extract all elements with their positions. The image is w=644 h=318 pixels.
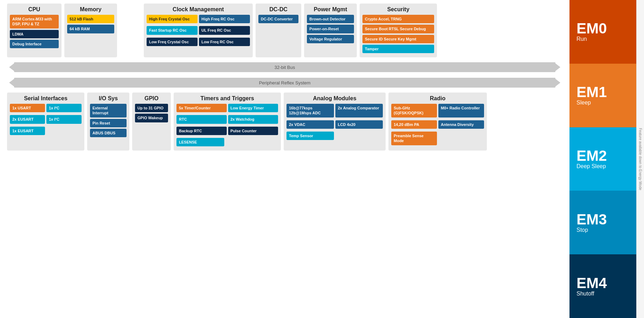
em4-number: EM4	[577, 276, 607, 291]
em2-number: EM2	[577, 148, 607, 163]
i2c-1-block: 1x I²C	[46, 104, 82, 112]
timers-title: Timers and Triggers	[176, 95, 278, 102]
antenna-block: Antenna Diversity	[438, 120, 484, 129]
cpu-ldma-block: LDMA	[10, 30, 59, 38]
security-section: Security Crypto Accel, TRNG Secure Boot …	[360, 4, 437, 57]
bus-prs-label: Peripheral Reflex System	[259, 80, 311, 85]
backup-rtc-block: Backup RTC	[176, 127, 227, 135]
cpu-debug-block: Debug Interface	[10, 40, 59, 48]
main-content: CPU ARM Cortex-M33 with DSP, FPU & TZ LD…	[0, 0, 569, 318]
secure-id-block: Secure ID Secure Key Mgmt	[362, 35, 434, 43]
lf-crystal-block: Low Freq Crystal Osc	[147, 38, 198, 46]
bus-prs-bar: Peripheral Reflex System	[14, 78, 555, 88]
pa-block: 14,20 dBm PA	[391, 120, 437, 129]
analog-title: Analog Modules	[286, 95, 383, 102]
gpio-section: GPIO Up to 31 GPIO GPIO Wakeup	[132, 93, 171, 151]
radio-section: Radio Sub-GHz (G)FSK/OQPSK) M0+ Radio Co…	[388, 93, 487, 151]
dcdc-title: DC-DC	[258, 6, 298, 13]
power-title: Power Mgmt	[307, 6, 354, 13]
em3-number: EM3	[577, 212, 607, 227]
memory-section: Memory 512 kB Flash 64 kB RAM	[64, 4, 117, 57]
serial-section: Serial Interfaces 1x USART 1x I²C 2x EUS…	[7, 93, 84, 151]
temp-sensor-block: Temp Sensor	[286, 132, 334, 140]
power-section: Power Mgmt Brown-out Detector Power-on-R…	[304, 4, 357, 57]
ios-title: I/O Sys	[90, 95, 127, 102]
prs-arrow-right	[554, 78, 560, 88]
hf-rc-block: High Freq RC Osc	[199, 15, 250, 23]
em0-item: EM0 Run	[569, 0, 644, 64]
bus-section: 32-bit Bus Peripheral Reflex System	[7, 59, 562, 91]
bus32-arrow-right	[554, 62, 560, 72]
eusart-1-block: 1x EUSART	[10, 127, 45, 135]
voltage-reg-block: Voltage Regulator	[307, 35, 354, 43]
crypto-block: Crypto Accel, TRNG	[362, 15, 434, 23]
secure-boot-block: Secure Boot RTSL Secure Debug	[362, 25, 434, 33]
serial-title: Serial Interfaces	[10, 95, 82, 102]
feature-label: Feature available down to Energy Mode	[636, 0, 644, 318]
gpio-title: GPIO	[135, 95, 168, 102]
em2-label: Deep Sleep	[577, 163, 606, 170]
clock-title: Clock Management	[147, 6, 250, 13]
preamble-block: Preamble Sense Mode	[391, 132, 437, 145]
adc-block: 16b@77ksps 12b@1Msps ADC	[286, 104, 334, 117]
timers-section: Timers and Triggers 5x Timer/Counter Low…	[174, 93, 281, 151]
em0-label: Run	[577, 36, 587, 42]
memory-title: Memory	[67, 6, 114, 13]
sidebar: EM0 Run EM1 Sleep EM2 Deep Sleep EM3 Sto…	[569, 0, 644, 318]
usart-block: 1x USART	[10, 104, 45, 112]
em2-item: EM2 Deep Sleep	[569, 127, 644, 191]
dcdc-section: DC-DC DC-DC Converter	[256, 4, 301, 57]
pin-reset-block: Pin Reset	[90, 119, 127, 127]
security-title: Security	[362, 6, 434, 13]
bus-32-bar: 32-bit Bus	[14, 62, 555, 72]
em3-label: Stop	[577, 227, 588, 233]
gpio-wakeup-block: GPIO Wakeup	[135, 114, 168, 122]
hf-crystal-block: High Freq Crystal Osc	[147, 15, 198, 23]
lcd-block: LCD 4x20	[335, 120, 383, 129]
bus32-arrow-left	[9, 62, 15, 72]
tamper-block: Tamper	[362, 45, 434, 53]
pulse-counter-block: Pulse Counter	[228, 127, 278, 135]
clock-grid: High Freq Crystal Osc High Freq RC Osc F…	[147, 15, 250, 47]
analog-grid: 16b@77ksps 12b@1Msps ADC 2x Analog Compa…	[286, 104, 383, 141]
em4-label: Shutoff	[577, 291, 594, 297]
flash-block: 512 kB Flash	[67, 15, 114, 23]
gpio-31-block: Up to 31 GPIO	[135, 104, 168, 112]
ios-section: I/O Sys External Interrupt Pin Reset ABU…	[87, 93, 129, 151]
spacer1	[120, 4, 141, 57]
fast-startup-block: Fast Startup RC Osc	[147, 26, 198, 34]
bottom-row: Serial Interfaces 1x USART 1x I²C 2x EUS…	[4, 93, 566, 151]
radio-grid: Sub-GHz (G)FSK/OQPSK) M0+ Radio Controll…	[391, 104, 484, 146]
eusart-2-block: 2x EUSART	[10, 115, 45, 123]
em1-label: Sleep	[577, 100, 591, 106]
brownout-block: Brown-out Detector	[307, 15, 354, 23]
bus-32-label: 32-bit Bus	[275, 65, 295, 70]
clock-section: Clock Management High Freq Crystal Osc H…	[144, 4, 253, 57]
abus-block: ABUS DBUS	[90, 129, 127, 137]
m0-radio-block: M0+ Radio Controller	[438, 104, 484, 117]
sidebar-inner: EM0 Run EM1 Sleep EM2 Deep Sleep EM3 Sto…	[569, 0, 644, 318]
em1-item: EM1 Sleep	[569, 64, 644, 127]
lf-rc-block: Low Freq RC Osc	[199, 38, 250, 46]
cpu-title: CPU	[10, 6, 59, 13]
em0-number: EM0	[577, 21, 607, 36]
watchdog-block: 2x Watchdog	[228, 115, 278, 123]
dcdc-converter-block: DC-DC Converter	[258, 15, 298, 23]
em3-item: EM3 Stop	[569, 191, 644, 254]
ram-block: 64 kB RAM	[67, 25, 114, 33]
low-energy-timer-block: Low Energy Timer	[228, 104, 278, 112]
power-on-reset-block: Power-on-Reset	[307, 25, 354, 33]
lesense-block: LESENSE	[176, 138, 224, 146]
subghz-block: Sub-GHz (G)FSK/OQPSK)	[391, 104, 437, 117]
radio-title: Radio	[391, 95, 484, 102]
cpu-arm-block: ARM Cortex-M33 with DSP, FPU & TZ	[10, 15, 59, 28]
ext-interrupt-block: External Interrupt	[90, 104, 127, 117]
em1-number: EM1	[577, 85, 607, 100]
top-row: CPU ARM Cortex-M33 with DSP, FPU & TZ LD…	[4, 4, 566, 57]
ul-freq-block: UL Freq RC Osc	[199, 26, 250, 34]
comparator-block: 2x Analog Comparator	[335, 104, 383, 117]
prs-arrow-left	[9, 78, 15, 88]
em4-item: EM4 Shutoff	[569, 254, 644, 318]
i2c-2-block: 1x I²C	[46, 115, 82, 123]
timers-grid: 5x Timer/Counter Low Energy Timer RTC 2x…	[176, 104, 278, 136]
